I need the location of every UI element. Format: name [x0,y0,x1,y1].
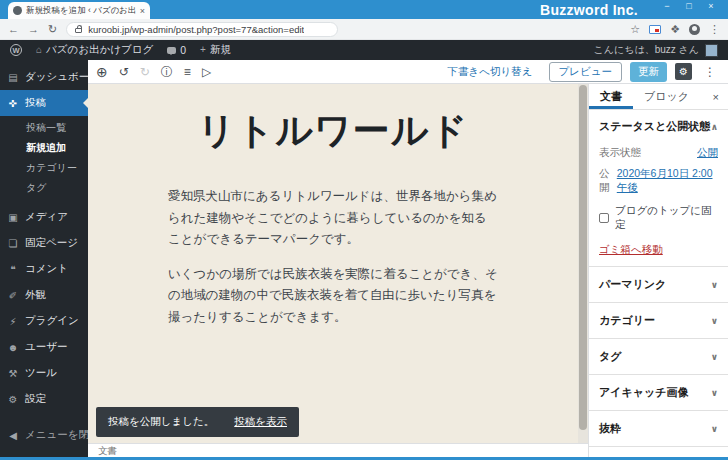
comments-bubble-icon: ❝ [7,264,19,275]
comments-count: 0 [180,44,186,56]
panel-featured-image[interactable]: アイキャッチ画像 ∨ [589,375,728,411]
site-link[interactable]: ⌂ バズのお出かけブログ [36,43,153,57]
undo-icon[interactable]: ↺ [119,66,129,78]
panel-categories[interactable]: カテゴリー ∨ [589,303,728,339]
scrollbar-thumb[interactable] [579,85,587,430]
tab-title: 新規投稿を追加 ‹ バズのお出かけブ [26,5,136,17]
posts-submenu: 投稿一覧 新規追加 カテゴリー タグ [0,116,88,204]
tab-document[interactable]: 文書 [589,84,633,109]
back-icon[interactable]: ← [8,24,19,35]
site-favicon-icon [13,6,22,15]
window-minimize-button[interactable]: − [656,0,678,13]
sticky-label: ブログのトップに固定 [615,204,718,232]
user-avatar[interactable] [705,44,718,57]
settings-toggle-gear-icon[interactable]: ⚙ [675,63,692,80]
forward-icon[interactable]: → [28,24,39,35]
window-close-button[interactable]: × [700,0,722,13]
sticky-checkbox[interactable] [599,213,609,223]
extensions-puzzle-icon[interactable]: ❖ [670,24,680,35]
publish-label: 公開 [599,167,617,195]
extension-badge-icon[interactable] [649,25,661,34]
panel-discussion[interactable]: ディスカッション ∨ [589,447,728,457]
editor-scrollbar[interactable] [578,84,588,443]
list-view-icon[interactable]: ≡ [184,66,191,78]
https-lock-icon [75,28,82,33]
wordpress-logo-icon[interactable]: W [10,44,22,56]
paragraph-block[interactable]: 愛知県犬山市にあるリトルワールドは、世界各地から集められた建物やそこでどのように… [168,186,498,251]
new-content-link[interactable]: + 新規 [200,43,231,57]
window-title: Buzzword Inc. [540,2,638,18]
panel-excerpt[interactable]: 抜粋 ∨ [589,411,728,447]
tab-block[interactable]: ブロック [633,84,700,109]
media-icon: ▣ [7,212,19,223]
close-settings-icon[interactable]: × [704,84,728,109]
editor-more-menu-icon[interactable]: ⋮ [700,65,720,79]
tools-cursor-icon[interactable]: ▷ [202,66,211,78]
posts-pin-icon: ✜ [7,98,19,109]
submenu-item-add-new[interactable]: 新規追加 [0,138,88,158]
visibility-value-link[interactable]: 公開 [697,146,718,160]
sidebar-item-pages[interactable]: ❏ 固定ページ [0,230,88,256]
sidebar-item-tools[interactable]: ⚒ ツール [0,360,88,386]
wp-admin-bar: W ⌂ バズのお出かけブログ 0 + 新規 こんにちは、buzz さん [0,40,728,60]
comments-link[interactable]: 0 [167,44,186,56]
appearance-brush-icon: ✐ [7,290,19,301]
sidebar-item-media[interactable]: ▣ メディア [0,204,88,230]
tab-close-icon[interactable]: × [140,6,145,16]
sidebar-item-collapse-menu[interactable]: ◀ メニューを閉じる [0,422,88,448]
wp-admin-sidebar: ▤ ダッシュボード ✜ 投稿 投稿一覧 新規追加 カテゴリー タグ ▣ メディア… [0,60,88,457]
snackbar-notice: 投稿を公開しました。 投稿を表示 [96,407,299,437]
post-title-field[interactable]: リトルワールド [163,106,503,156]
status-panel-header[interactable]: ステータスと公開状態 ∧ [599,110,718,139]
browser-titlebar: 新規投稿を追加 ‹ バズのお出かけブ × Buzzword Inc. − □ × [0,0,728,19]
panel-tags[interactable]: タグ ∨ [589,339,728,375]
sidebar-item-appearance[interactable]: ✐ 外観 [0,282,88,308]
browser-menu-icon[interactable]: ⋮ [709,24,720,35]
submenu-item-categories[interactable]: カテゴリー [0,158,88,178]
sidebar-item-users[interactable]: ☻ ユーザー [0,334,88,360]
user-greeting[interactable]: こんにちは、buzz さん [593,43,699,57]
paragraph-block[interactable]: いくつかの場所では民族衣装を実際に着ることができ、その地域の建物の中で民族衣装を… [168,264,498,329]
sidebar-item-settings[interactable]: ⚙ 設定 [0,386,88,412]
redo-icon[interactable]: ↻ [140,66,150,78]
content-info-icon[interactable]: ⓘ [161,66,173,78]
add-block-icon[interactable]: ⊕ [96,65,108,79]
update-button[interactable]: 更新 [630,62,667,82]
url-input[interactable]: kuroobi.jp/wp-admin/post.php?post=77&act… [88,24,304,35]
users-icon: ☻ [7,342,19,353]
address-bar[interactable]: kuroobi.jp/wp-admin/post.php?post=77&act… [66,22,338,37]
reload-icon[interactable]: ↻ [48,24,57,35]
sidebar-item-dashboard[interactable]: ▤ ダッシュボード [0,64,88,90]
switch-to-draft-link[interactable]: 下書きへ切り替え [448,65,533,79]
new-label: 新規 [210,43,231,57]
publish-date-link[interactable]: 2020年6月10日 2:00 午後 [617,167,718,195]
chevron-down-icon: ∨ [711,280,718,290]
bookmark-star-icon[interactable]: ☆ [630,24,640,35]
settings-gear-icon: ⚙ [7,394,19,405]
browser-window: 新規投稿を追加 ‹ バズのお出かけブ × Buzzword Inc. − □ ×… [0,0,728,460]
chevron-down-icon: ∨ [711,352,718,362]
move-to-trash-link[interactable]: ゴミ箱へ移動 [599,243,663,257]
settings-tabs: 文書 ブロック × [589,84,728,110]
window-maximize-button[interactable]: □ [678,0,700,13]
sidebar-item-comments[interactable]: ❝ コメント [0,256,88,282]
editor-canvas[interactable]: リトルワールド 愛知県犬山市にあるリトルワールドは、世界各地から集められた建物や… [88,84,578,443]
chevron-down-icon: ∨ [711,388,718,398]
profile-icon[interactable] [689,24,700,35]
sidebar-item-posts[interactable]: ✜ 投稿 [0,90,88,116]
dashboard-icon: ▤ [7,72,19,83]
breadcrumb: 文書 [88,443,588,457]
editor-header: ⊕ ↺ ↻ ⓘ ≡ ▷ 下書きへ切り替え プレビュー 更新 ⚙ ⋮ [88,60,728,84]
status-panel: ステータスと公開状態 ∧ 表示状態 公開 公開 2020年6月10日 2:00 … [589,110,728,267]
plus-icon: + [200,45,206,55]
chevron-down-icon: ∨ [711,424,718,434]
submenu-item-post-list[interactable]: 投稿一覧 [0,118,88,138]
browser-tab[interactable]: 新規投稿を追加 ‹ バズのお出かけブ × [8,2,150,19]
panel-permalink[interactable]: パーマリンク ∨ [589,267,728,303]
browser-toolbar: ← → ↻ kuroobi.jp/wp-admin/post.php?post=… [0,19,728,40]
preview-button[interactable]: プレビュー [549,62,622,82]
sidebar-item-plugins[interactable]: ⚡ プラグイン [0,308,88,334]
submenu-item-tags[interactable]: タグ [0,178,88,198]
view-post-link[interactable]: 投稿を表示 [234,415,287,429]
chevron-down-icon: ∨ [711,316,718,326]
